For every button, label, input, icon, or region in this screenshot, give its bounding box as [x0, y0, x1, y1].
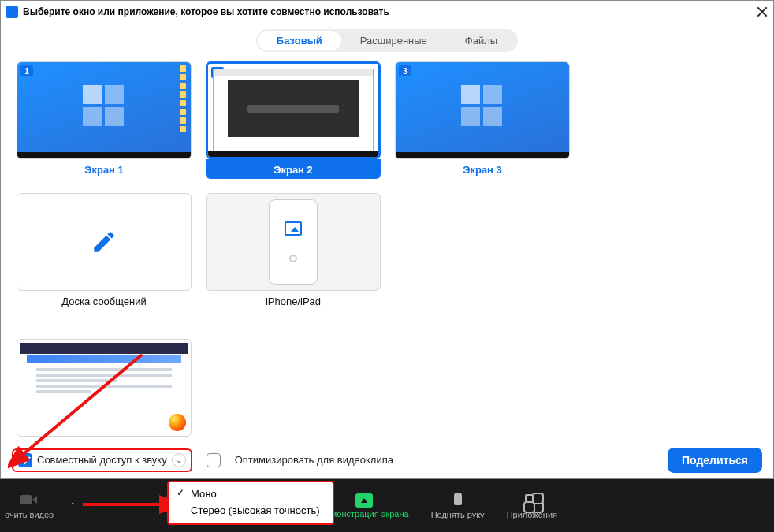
titlebar: Выберите окно или приложение, которое вы… — [1, 1, 773, 23]
monitor-badge: 3 — [399, 65, 411, 76]
share-screen-icon — [355, 493, 373, 508]
share-grid: 1 Экран 1 2 Экран 2 3 Экран 3 Доска сооб… — [1, 61, 773, 456]
toolbar-video[interactable]: очить видео — [0, 479, 65, 532]
video-caret-icon[interactable]: ⌃ — [65, 501, 80, 510]
toolbar-raise-hand[interactable]: Поднять руку — [420, 479, 496, 532]
dialog-footer: Совместный доступ к звуку ⌄ Оптимизирова… — [1, 441, 773, 478]
card-screen-3[interactable]: 3 Экран 3 — [395, 61, 570, 179]
card-label: Экран 1 — [17, 159, 192, 179]
zoom-logo-icon — [6, 6, 18, 18]
toolbar-apps[interactable]: Приложения — [496, 479, 568, 532]
zoom-toolbar: очить видео ⌃ Чат Демонстрация экрана По… — [0, 479, 774, 532]
card-screen-1[interactable]: 1 Экран 1 — [17, 61, 192, 179]
toolbar-apps-label: Приложения — [507, 510, 557, 519]
optimize-video-checkbox[interactable] — [207, 453, 221, 467]
sound-mode-popup: Моно Стерео (высокая точность) — [167, 481, 334, 525]
card-label: Экран 3 — [395, 159, 570, 179]
share-dialog: Выберите окно или приложение, которое вы… — [0, 0, 774, 479]
card-screen-2[interactable]: 2 Экран 2 — [206, 61, 381, 179]
share-sound-group: Совместный доступ к звуку ⌄ — [12, 448, 192, 472]
card-iphone-ipad[interactable]: iPhone/iPad — [206, 193, 381, 311]
card-window-firefox[interactable]: Демонстрация в zoom: как вкл… — [17, 339, 192, 456]
pencil-icon — [91, 229, 117, 255]
optimize-video-label: Оптимизировать для видеоклипа — [235, 454, 393, 466]
option-stereo[interactable]: Стерео (высокая точность) — [175, 502, 326, 519]
airplay-icon — [285, 221, 302, 236]
dialog-title: Выберите окно или приложение, которое вы… — [23, 6, 389, 17]
share-sound-label: Совместный доступ к звуку — [37, 454, 167, 466]
apps-icon — [523, 493, 541, 508]
card-label: Экран 2 — [206, 159, 381, 179]
camera-icon — [20, 493, 38, 508]
monitor-badge: 1 — [20, 65, 33, 76]
option-mono[interactable]: Моно — [175, 485, 326, 502]
tab-advanced[interactable]: Расширенные — [341, 31, 446, 50]
card-whiteboard[interactable]: Доска сообщений — [17, 193, 192, 311]
firefox-icon — [169, 414, 186, 431]
toolbar-hand-label: Поднять руку — [431, 510, 485, 519]
tab-basic[interactable]: Базовый — [258, 31, 341, 50]
share-sound-checkbox[interactable] — [18, 453, 32, 467]
card-label: iPhone/iPad — [206, 291, 381, 311]
hand-icon — [449, 493, 467, 508]
tab-files[interactable]: Файлы — [446, 31, 516, 50]
card-label: Доска сообщений — [17, 291, 192, 311]
toolbar-video-label: очить видео — [5, 510, 54, 519]
share-sound-dropdown[interactable]: ⌄ — [172, 453, 186, 467]
tab-group: Базовый Расширенные Файлы — [1, 23, 773, 61]
close-icon[interactable] — [756, 6, 768, 18]
share-button[interactable]: Поделиться — [668, 448, 762, 473]
